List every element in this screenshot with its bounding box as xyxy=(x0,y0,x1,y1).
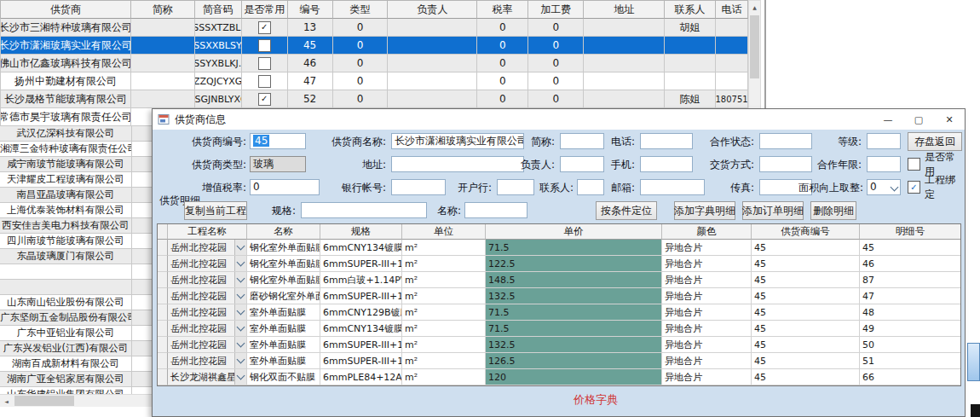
column-header[interactable]: 规格 xyxy=(320,224,402,240)
cell-price[interactable]: 120 xyxy=(486,369,662,385)
table-row[interactable]: 岳州北控花园 钢化室外单面贴膜 6mm白玻+1.14PVB+6mm... m² … xyxy=(158,272,960,288)
table-row[interactable]: 长沙市潇湘玻璃实业有限公司 CSSXXBLSY... 45 0 0 0 xyxy=(0,37,748,55)
column-header[interactable]: 名称 xyxy=(247,224,320,240)
cell-name[interactable]: 室外单面贴膜 xyxy=(247,321,320,337)
checkbox-box[interactable]: ✓ xyxy=(908,181,920,194)
list-item[interactable] xyxy=(0,280,152,295)
column-header[interactable]: 简音码 xyxy=(195,1,242,19)
cell-unit[interactable]: m² xyxy=(402,256,486,272)
list-item[interactable]: 天津耀皮工程玻璃有限公司 xyxy=(0,172,152,188)
cell-supplier-no[interactable]: 45 xyxy=(752,240,860,256)
cell-color[interactable]: 异地合片 xyxy=(662,337,752,353)
maximize-button[interactable]: ▢ xyxy=(903,109,934,130)
cell-color[interactable]: 异地合片 xyxy=(662,288,752,304)
list-item[interactable]: 上海优泰装饰材料有限公司 xyxy=(0,203,152,218)
cell-color[interactable]: 异地合片 xyxy=(662,321,752,337)
chevron-down-icon[interactable] xyxy=(234,256,246,271)
cell-spec[interactable]: 6mmCNY129B镀膜钢化 xyxy=(320,304,402,321)
cell-price[interactable]: 148.5 xyxy=(486,272,662,288)
cell-detail-no[interactable]: 87 xyxy=(860,272,960,288)
chevron-down-icon[interactable] xyxy=(234,288,246,304)
scrollbar-thumb[interactable] xyxy=(14,396,74,406)
cell-color[interactable]: 异地合片 xyxy=(662,256,752,272)
cell-supplier-no[interactable]: 45 xyxy=(752,321,860,337)
cell-supplier-no[interactable]: 45 xyxy=(752,353,860,369)
supplier-type-input[interactable]: 玻璃 xyxy=(250,156,306,172)
row-header[interactable] xyxy=(158,369,168,385)
cell-name[interactable]: 钢化室外单面贴膜 xyxy=(247,240,320,256)
vertical-scrollbar[interactable]: ▲ xyxy=(748,0,761,126)
row-header[interactable] xyxy=(158,321,168,337)
area-round-up-select[interactable]: 0 xyxy=(867,179,901,195)
cell-price[interactable]: 132.5 xyxy=(486,288,662,304)
supplier-no-input[interactable]: 45 xyxy=(250,133,306,149)
checkbox[interactable] xyxy=(258,39,271,52)
cell-name[interactable]: 室外单面贴膜 xyxy=(247,353,320,369)
cell-unit[interactable]: m² xyxy=(402,240,486,256)
cell-name[interactable]: 室外单面贴膜 xyxy=(247,337,320,353)
row-header[interactable] xyxy=(158,353,168,369)
project-combo-cell[interactable]: 岳州北控花园 xyxy=(168,272,247,288)
table-row[interactable]: 岳州北控花园 室外单面贴膜 6mmSUPER-III+12A(硅... m² 1… xyxy=(158,353,960,369)
cell-unit[interactable]: m² xyxy=(402,369,486,385)
supplier-name-input[interactable]: 长沙市潇湘玻璃实业有限公司 xyxy=(391,133,524,149)
delivery-method-input[interactable] xyxy=(759,156,812,172)
grade-input[interactable] xyxy=(867,133,901,149)
list-item[interactable]: 湖南广亚全铝家居有限公司 xyxy=(0,372,152,387)
cell-color[interactable]: 异地合片 xyxy=(662,272,752,288)
chevron-down-icon[interactable] xyxy=(234,240,246,255)
list-item[interactable]: 西安佳吉美电力科技有限公司 xyxy=(0,218,152,234)
dialog-titlebar[interactable]: 供货商信息 — ▢ ✕ xyxy=(153,109,965,130)
cell-name[interactable]: 钢化室外单面贴膜 xyxy=(247,272,320,288)
table-row[interactable]: 长沙晟格节能玻璃有限公司 CSSGJNBLYXGS ✓ 52 0 0 0 陈姐 … xyxy=(0,90,748,108)
list-item[interactable]: 咸宁南玻节能玻璃有限公司 xyxy=(0,157,152,172)
cell-spec[interactable]: 6mmSUPER-III+12A(硅... xyxy=(320,256,402,272)
cell-supplier-no[interactable]: 45 xyxy=(752,288,860,304)
cell-price[interactable]: 71.5 xyxy=(486,304,662,321)
column-header[interactable]: 税率 xyxy=(477,1,528,19)
row-header[interactable] xyxy=(158,304,168,321)
cell-supplier-no[interactable]: 45 xyxy=(752,256,860,272)
cell-unit[interactable]: m² xyxy=(402,304,486,321)
bank-input[interactable] xyxy=(497,179,534,195)
cell-price[interactable]: 122.5 xyxy=(486,256,662,272)
cell-spec[interactable]: 6mmSUPER-III+12A(硅... xyxy=(320,288,402,304)
list-item[interactable]: 东晶玻璃厦门有限公司 xyxy=(0,249,152,264)
table-row[interactable]: 岳州北控花园 室外单面贴膜 6mmCNY134镀膜钢化 m² 71.5 异地合片… xyxy=(158,321,960,337)
table-row[interactable]: 岳州北控花园 室外单面贴膜 6mmSUPER-III+12A(硅... m² 1… xyxy=(158,337,960,353)
cell-spec[interactable]: 6mmSUPER-III+12A(硅... xyxy=(320,337,402,353)
column-header[interactable]: 明细号 xyxy=(860,224,960,240)
checkbox[interactable]: ✓ xyxy=(258,93,271,106)
close-button[interactable]: ✕ xyxy=(934,109,965,130)
abbr-input[interactable] xyxy=(560,133,604,149)
manager-input[interactable] xyxy=(560,156,604,172)
spec-filter-input[interactable] xyxy=(301,202,427,218)
project-combo-cell[interactable]: 岳州北控花园 xyxy=(168,256,247,272)
cell-unit[interactable]: m² xyxy=(402,272,486,288)
chevron-down-icon[interactable] xyxy=(234,369,246,385)
add-order-detail-button[interactable]: 添加订单明细 xyxy=(742,201,804,220)
cell-spec[interactable]: 6mm白玻+1.14PVB+6mm... xyxy=(320,272,402,288)
project-combo-cell[interactable]: 岳州北控花园 xyxy=(168,288,247,304)
column-header[interactable]: 单位 xyxy=(402,224,486,240)
cell-price[interactable]: 71.5 xyxy=(486,240,662,256)
checkbox[interactable] xyxy=(258,75,271,88)
coop-status-input[interactable] xyxy=(759,133,812,149)
name-filter-input[interactable] xyxy=(464,202,527,218)
list-item[interactable]: 湖南百成新材料有限公司 xyxy=(0,356,152,372)
cell-detail-no[interactable]: 45 xyxy=(860,240,960,256)
list-item[interactable]: 广东兴发铝业(江西)有限公司 xyxy=(0,341,152,356)
row-header[interactable] xyxy=(158,272,168,288)
cell-spec[interactable]: 6mmSUPER-III+12A(硅... xyxy=(320,353,402,369)
cell-spec[interactable]: 6mmCNY134镀膜钢化 xyxy=(320,240,402,256)
common-use-checkbox[interactable]: 是否常用 xyxy=(908,156,965,172)
vat-input[interactable]: 0 xyxy=(250,179,320,195)
cell-price[interactable]: 132.5 xyxy=(486,337,662,353)
project-combo-cell[interactable]: 岳州北控花园 xyxy=(168,337,247,353)
list-item[interactable]: 湘潭三金特种玻璃有限责任公司 xyxy=(0,142,152,157)
checkbox[interactable]: ✓ xyxy=(258,21,271,34)
scroll-up-icon[interactable]: ▲ xyxy=(749,1,760,14)
cell-color[interactable]: 异地合片 xyxy=(662,353,752,369)
column-header[interactable]: 单价 xyxy=(486,224,662,240)
save-return-button[interactable]: 存盘返回 xyxy=(908,132,962,151)
